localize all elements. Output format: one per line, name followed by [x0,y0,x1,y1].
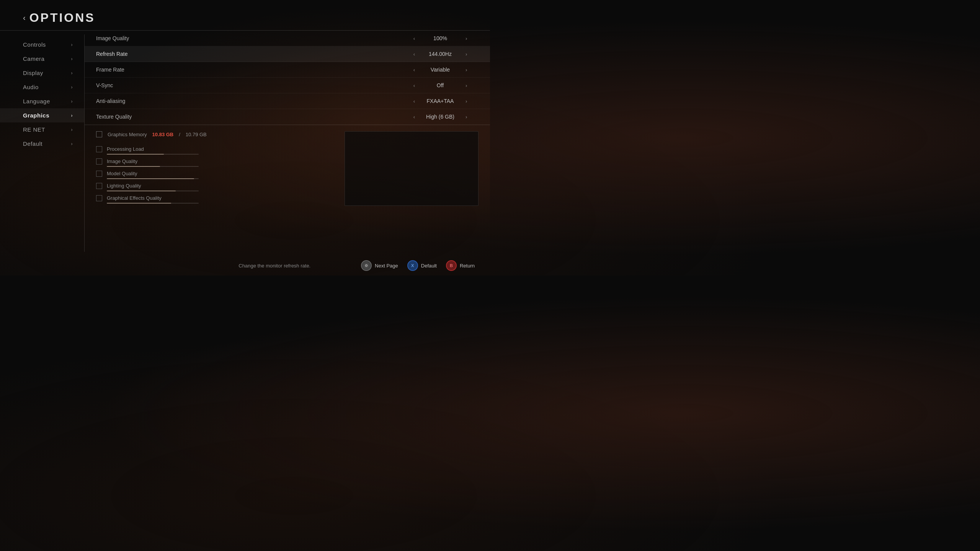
footer-buttons: ⊙ Next Page X Default B Return [361,260,475,271]
back-arrow: ‹ [23,13,26,22]
memory-checkbox[interactable] [96,131,102,137]
setting-row-refresh-rate[interactable]: Refresh Rate ‹ 144.00Hz › [85,46,490,62]
sidebar-item-audio[interactable]: Audio› [0,80,84,94]
ctrl-prev-arrow[interactable]: ‹ [413,67,415,73]
sidebar-label: Display [23,70,43,76]
sidebar-label: Graphics [23,112,49,119]
chevron-right-icon: › [71,127,73,132]
setting-control: ‹ Off › [402,82,479,88]
sidebar-label: RE NET [23,126,45,133]
ctrl-value: 144.00Hz [421,51,459,57]
setting-label: V-Sync [96,82,402,88]
back-title: ‹ OPTIONS [23,11,467,25]
sidebar-item-default[interactable]: Default› [0,137,84,151]
memory-label: Graphics Memory [108,132,147,137]
sidebar-item-camera[interactable]: Camera› [0,52,84,66]
setting-label: Image Quality [96,35,402,41]
checkbox-content: Graphical Effects Quality [107,195,337,204]
app-container: ‹ OPTIONS Controls›Camera›Display›Audio›… [0,0,490,276]
checkbox-label: Model Quality [107,171,337,176]
ctrl-next-arrow[interactable]: › [466,36,467,41]
footer-btn-label: Default [421,263,437,269]
sidebar-label: Language [23,98,50,104]
x-icon: X [407,260,418,271]
checkbox-rows-container: Processing Load Image Quality Model Qual… [96,144,337,205]
ctrl-value: FXAA+TAA [421,98,459,104]
progress-bar-container [107,178,199,179]
ctrl-prev-arrow[interactable]: ‹ [413,36,415,41]
setting-row-image-quality[interactable]: Image Quality ‹ 100% › [85,31,490,46]
progress-bar-bg [107,203,199,204]
ctrl-next-arrow[interactable]: › [466,114,467,120]
checkbox-box[interactable] [96,171,102,177]
sidebar-item-language[interactable]: Language› [0,94,84,108]
sidebar-label: Default [23,140,42,147]
checkbox-content: Lighting Quality [107,183,337,191]
footer-btn-next-page[interactable]: ⊙ Next Page [361,260,398,271]
progress-bar-bg [107,154,199,155]
setting-row-anti-aliasing[interactable]: Anti-aliasing ‹ FXAA+TAA › [85,93,490,109]
checkboxes-area: Graphics Memory 10.83 GB / 10.79 GB Proc… [96,131,337,249]
footer-btn-default[interactable]: X Default [407,260,437,271]
footer-btn-return[interactable]: B Return [446,260,475,271]
progress-bar-fill [107,154,164,155]
memory-separator: / [179,132,180,137]
bottom-section: Graphics Memory 10.83 GB / 10.79 GB Proc… [85,125,490,256]
setting-label: Texture Quality [96,114,402,120]
chevron-right-icon: › [71,70,73,76]
checkbox-row-processing-load: Processing Load [96,144,337,156]
stick-icon: ⊙ [361,260,372,271]
setting-row-frame-rate[interactable]: Frame Rate ‹ Variable › [85,62,490,78]
sidebar-item-display[interactable]: Display› [0,66,84,80]
progress-bar-fill [107,191,176,191]
setting-label: Refresh Rate [96,51,402,57]
ctrl-prev-arrow[interactable]: ‹ [413,51,415,57]
checkbox-box[interactable] [96,158,102,165]
checkbox-row-lighting-quality: Lighting Quality [96,181,337,193]
setting-control: ‹ High (6 GB) › [402,114,479,120]
sidebar-item-graphics[interactable]: Graphics› [0,108,84,122]
ctrl-value: Variable [421,67,459,73]
ctrl-next-arrow[interactable]: › [466,67,467,73]
preview-box [345,131,479,206]
chevron-right-icon: › [71,42,73,47]
ctrl-prev-arrow[interactable]: ‹ [413,98,415,104]
chevron-right-icon: › [71,141,73,147]
ctrl-prev-arrow[interactable]: ‹ [413,114,415,120]
setting-control: ‹ Variable › [402,67,479,73]
checkbox-content: Processing Load [107,146,337,155]
b-icon: B [446,260,457,271]
checkbox-row-graphical-effects-quality: Graphical Effects Quality [96,193,337,205]
ctrl-next-arrow[interactable]: › [466,98,467,104]
sidebar-label: Camera [23,55,44,62]
ctrl-value: 100% [421,35,459,41]
ctrl-next-arrow[interactable]: › [466,83,467,88]
progress-bar-container [107,191,199,191]
progress-bar-bg [107,191,199,191]
memory-total: 10.79 GB [186,132,207,137]
checkbox-content: Model Quality [107,171,337,179]
page-title: OPTIONS [29,11,95,25]
ctrl-prev-arrow[interactable]: ‹ [413,83,415,88]
chevron-right-icon: › [71,99,73,104]
hint-text: Change the monitor refresh rate. [188,263,361,269]
ctrl-value: High (6 GB) [421,114,459,120]
setting-row-v-sync[interactable]: V-Sync ‹ Off › [85,78,490,93]
sidebar: Controls›Camera›Display›Audio›Language›G… [0,31,84,256]
ctrl-value: Off [421,82,459,88]
checkbox-box[interactable] [96,183,102,189]
checkbox-row-image-quality: Image Quality [96,156,337,169]
memory-row: Graphics Memory 10.83 GB / 10.79 GB [96,131,337,139]
setting-label: Frame Rate [96,67,402,73]
ctrl-next-arrow[interactable]: › [466,51,467,57]
sidebar-label: Audio [23,84,39,90]
progress-bar-fill [107,203,171,204]
setting-control: ‹ 144.00Hz › [402,51,479,57]
settings-panel: Image Quality ‹ 100% › Refresh Rate ‹ 14… [85,31,490,256]
progress-bar-bg [107,178,199,179]
sidebar-item-controls[interactable]: Controls› [0,37,84,52]
setting-row-texture-quality[interactable]: Texture Quality ‹ High (6 GB) › [85,109,490,125]
checkbox-box[interactable] [96,146,102,152]
checkbox-box[interactable] [96,195,102,201]
sidebar-item-re-net[interactable]: RE NET› [0,122,84,137]
